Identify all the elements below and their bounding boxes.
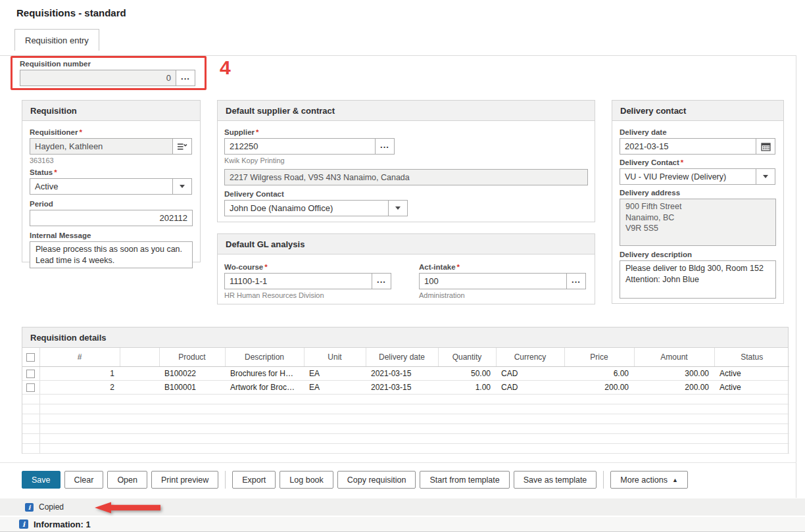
column-header[interactable]: Amount xyxy=(634,348,714,366)
delivery-address-textarea: 900 Fifth Street Nanaimo, BC V9R 5S5 xyxy=(620,199,776,246)
supplier-input[interactable] xyxy=(224,138,376,155)
tab-label: Requisition entry xyxy=(25,36,89,45)
annotation-step-number: 4 xyxy=(220,57,231,79)
table-row[interactable]: 1 B100022 Brochures for HR Trai... EA 20… xyxy=(22,366,789,380)
column-header[interactable]: Delivery date xyxy=(366,348,438,366)
open-button[interactable]: Open xyxy=(107,471,147,489)
column-header[interactable]: # xyxy=(39,348,120,366)
column-header[interactable]: Price xyxy=(564,348,634,366)
supplier-label: Supplier* xyxy=(224,128,588,136)
act-intake-caption: Administration xyxy=(419,291,586,299)
copied-status-text: Copied xyxy=(39,502,64,512)
requisitions-screen: Requisitions - standard Requisition entr… xyxy=(0,0,805,532)
cell-status: Active xyxy=(714,380,789,394)
ellipsis-icon: ... xyxy=(380,143,389,147)
wo-course-caption: HR Human Resources Division xyxy=(224,291,391,299)
clear-button[interactable]: Clear xyxy=(64,471,104,489)
status-select[interactable]: Active xyxy=(30,178,173,195)
cell-quantity: 50.00 xyxy=(438,366,496,380)
cell-quantity: 1.00 xyxy=(438,380,496,394)
information-status-row[interactable]: i Information: 1 xyxy=(0,517,805,532)
supplier-delivery-contact-select[interactable]: John Doe (Nanaimo Office) xyxy=(224,200,389,216)
delivery-contact-select[interactable]: VU - VIU Preview (Delivery) xyxy=(620,168,756,185)
more-actions-button[interactable]: More actions ▲ xyxy=(610,471,687,489)
empty-table-row xyxy=(22,414,789,423)
supplier-address-field xyxy=(224,169,588,185)
cell-delivery-date: 2021-03-15 xyxy=(366,380,438,394)
export-button[interactable]: Export xyxy=(232,471,276,489)
print-preview-button[interactable]: Print preview xyxy=(151,471,218,489)
requisition-panel: Requisition Requisitioner* xyxy=(22,100,201,262)
toolbar-divider xyxy=(225,471,226,489)
delivery-date-input[interactable] xyxy=(620,138,756,155)
column-header[interactable]: Quantity xyxy=(438,348,496,366)
gl-analysis-panel: Default GL analysis Wo-course* ... HR Hu… xyxy=(217,233,595,304)
required-marker: * xyxy=(54,168,57,176)
requisitioner-typeahead-button[interactable] xyxy=(172,138,192,155)
cell-price: 6.00 xyxy=(564,366,634,380)
period-input[interactable] xyxy=(30,210,193,226)
ellipsis-icon: ... xyxy=(377,278,386,282)
save-as-template-button[interactable]: Save as template xyxy=(514,471,597,489)
internal-message-textarea[interactable]: Please process this as soon as you can. … xyxy=(30,241,193,268)
column-header[interactable]: Unit xyxy=(304,348,366,366)
column-header[interactable]: Product xyxy=(159,348,225,366)
column-header[interactable]: Description xyxy=(225,348,304,366)
table-row[interactable]: 2 B100001 Artwork for Brochure EA 2021-0… xyxy=(22,380,789,394)
status-dropdown-button[interactable] xyxy=(172,178,192,195)
column-header[interactable]: Status xyxy=(714,348,789,366)
cell-delivery-date: 2021-03-15 xyxy=(366,366,438,380)
save-button[interactable]: Save xyxy=(22,471,61,489)
select-all-checkbox[interactable] xyxy=(26,353,35,362)
empty-table-row xyxy=(22,404,789,414)
tab-requisition-entry[interactable]: Requisition entry xyxy=(14,29,99,51)
requisition-panel-title: Requisition xyxy=(22,101,200,121)
requisition-number-lookup-button[interactable]: ... xyxy=(176,70,195,86)
start-from-template-button[interactable]: Start from template xyxy=(420,471,509,489)
empty-table-row xyxy=(22,423,789,433)
content-right-divider xyxy=(796,55,796,498)
info-icon: i xyxy=(25,503,34,512)
delivery-contact-dropdown-button[interactable] xyxy=(756,168,775,185)
toolbar-divider xyxy=(603,471,604,489)
supplier-panel: Default supplier & contract Supplier* ..… xyxy=(217,100,595,222)
status-label: Status* xyxy=(30,168,193,176)
menu-chevron-icon xyxy=(177,143,187,151)
supplier-delivery-contact-dropdown-button[interactable] xyxy=(388,200,408,216)
copy-requisition-button[interactable]: Copy requisition xyxy=(337,471,416,489)
cell-unit: EA xyxy=(304,380,366,394)
column-header xyxy=(120,348,159,366)
wo-course-input[interactable] xyxy=(224,273,372,289)
column-header[interactable]: Currency xyxy=(496,348,564,366)
required-marker: * xyxy=(681,158,683,166)
cell-unit: EA xyxy=(304,366,366,380)
toolbar-top-divider xyxy=(0,462,796,463)
supplier-lookup-button[interactable]: ... xyxy=(375,138,395,155)
empty-table-row xyxy=(22,394,789,404)
requisition-number-input[interactable] xyxy=(20,70,176,86)
log-book-button[interactable]: Log book xyxy=(280,471,333,489)
chevron-up-icon: ▲ xyxy=(672,477,678,483)
requisition-details-panel: Requisition details # Product Descriptio… xyxy=(22,327,789,454)
chevron-down-icon xyxy=(395,206,401,210)
requisition-details-title: Requisition details xyxy=(22,327,788,348)
requisitioner-label: Requisitioner* xyxy=(30,128,193,136)
row-checkbox[interactable] xyxy=(26,383,35,392)
delivery-description-textarea[interactable]: Please deliver to Bldg 300, Room 152 Att… xyxy=(620,260,776,299)
more-actions-label: More actions xyxy=(620,475,668,485)
requisitioner-input[interactable] xyxy=(30,138,173,155)
requisitioner-id-caption: 363163 xyxy=(30,157,193,164)
cell-description: Brochures for HR Trai... xyxy=(225,366,304,380)
required-marker: * xyxy=(79,128,82,136)
delivery-date-calendar-button[interactable] xyxy=(756,138,775,155)
period-label: Period xyxy=(30,200,193,208)
page-title: Requisitions - standard xyxy=(16,7,126,18)
empty-table-row xyxy=(22,443,789,453)
internal-message-label: Internal Message xyxy=(30,231,193,239)
act-intake-lookup-button[interactable]: ... xyxy=(566,273,586,289)
row-checkbox[interactable] xyxy=(26,370,35,378)
chevron-down-icon xyxy=(763,175,768,178)
act-intake-input[interactable] xyxy=(419,273,567,289)
wo-course-lookup-button[interactable]: ... xyxy=(372,273,391,289)
requisition-number-group: ... xyxy=(20,70,195,86)
